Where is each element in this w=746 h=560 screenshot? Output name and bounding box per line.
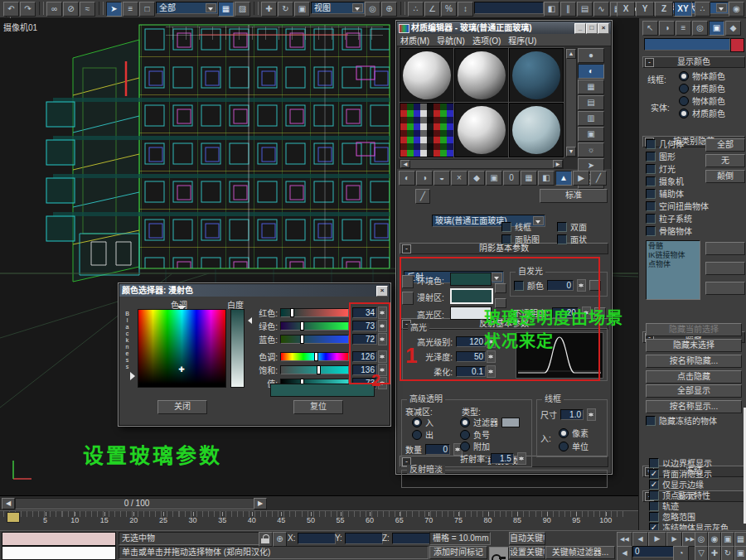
close-button[interactable]: 关闭 bbox=[157, 400, 207, 414]
zoom-icon[interactable] bbox=[695, 532, 708, 547]
scroll-up-icon[interactable] bbox=[566, 49, 576, 59]
reset-map-icon[interactable] bbox=[451, 171, 467, 186]
next-frame-icon[interactable] bbox=[666, 532, 682, 547]
scroll-left-icon[interactable] bbox=[400, 160, 410, 168]
display-prop-checkbox[interactable] bbox=[649, 523, 659, 531]
select-and-link-icon[interactable] bbox=[46, 2, 62, 17]
channel-slider[interactable] bbox=[280, 352, 349, 361]
previous-frame-icon[interactable] bbox=[632, 532, 648, 547]
y-coord-field[interactable] bbox=[345, 533, 383, 544]
additive-radio[interactable] bbox=[460, 442, 470, 451]
spinner-snap-icon[interactable] bbox=[458, 2, 473, 17]
display-prop-checkbox[interactable] bbox=[649, 469, 659, 479]
color-selector-titlebar[interactable]: 颜色选择器: 漫射色 bbox=[119, 284, 390, 297]
selection-filter-dropdown[interactable]: 全部 bbox=[156, 2, 218, 14]
unlink-icon[interactable] bbox=[63, 2, 79, 17]
category-action-button[interactable]: 全部 bbox=[705, 138, 745, 152]
material-id-icon[interactable] bbox=[503, 171, 520, 186]
fov-icon[interactable] bbox=[695, 546, 708, 560]
hide-frozen-checkbox[interactable] bbox=[646, 416, 656, 426]
bone-list-action-button[interactable] bbox=[705, 262, 745, 275]
amount-field[interactable]: 0 bbox=[425, 444, 450, 455]
undo-icon[interactable] bbox=[3, 2, 19, 17]
hide-action-button[interactable]: 隐藏当前选择 bbox=[646, 323, 742, 336]
bone-list-item[interactable]: 点物体 bbox=[648, 260, 698, 269]
backlight-icon[interactable] bbox=[578, 64, 604, 79]
named-selection-field[interactable] bbox=[474, 2, 544, 14]
set-key-mode-button[interactable] bbox=[489, 547, 509, 560]
channel-slider[interactable] bbox=[280, 321, 349, 331]
slots-hscrollbar[interactable] bbox=[400, 159, 564, 169]
axis-constraint-button[interactable]: X bbox=[617, 2, 635, 17]
object-color-swatch[interactable] bbox=[730, 38, 744, 52]
percent-snap-icon[interactable] bbox=[441, 2, 457, 17]
category-checkbox[interactable] bbox=[646, 176, 656, 186]
tab-modify[interactable] bbox=[659, 21, 675, 36]
zoom-region-icon[interactable] bbox=[734, 532, 746, 547]
put-to-library-icon[interactable] bbox=[486, 171, 502, 186]
sample-slot[interactable] bbox=[400, 48, 454, 103]
material-editor-titlebar[interactable]: 材质编辑器 - 玻璃(普通正面玻璃) bbox=[397, 22, 611, 34]
hide-action-button[interactable]: 隐藏未选择 bbox=[646, 339, 742, 352]
tab-motion[interactable] bbox=[692, 21, 708, 36]
display-prop-checkbox[interactable] bbox=[649, 512, 659, 522]
move-icon[interactable] bbox=[261, 2, 277, 17]
arc-rotate-icon[interactable] bbox=[721, 546, 734, 560]
time-config-icon[interactable] bbox=[673, 546, 689, 560]
axis-constraint-button[interactable]: Y bbox=[636, 2, 654, 17]
current-frame-field[interactable]: 0 bbox=[632, 546, 676, 558]
slots-vscrollbar[interactable] bbox=[565, 48, 577, 157]
set-key-button[interactable]: 设置关键帧 bbox=[509, 546, 545, 559]
hide-action-button[interactable]: 点击隐藏 bbox=[646, 370, 742, 384]
trackbar-next-button[interactable] bbox=[254, 498, 267, 509]
tab-hierarchy[interactable] bbox=[676, 21, 691, 36]
assign-material-icon[interactable] bbox=[434, 171, 450, 186]
material-type-button[interactable]: 标准 bbox=[540, 189, 608, 203]
wire-pixels-radio[interactable] bbox=[559, 428, 569, 438]
category-checkbox[interactable] bbox=[646, 214, 656, 224]
time-slider[interactable] bbox=[7, 512, 20, 523]
maximize-viewport-icon[interactable] bbox=[734, 546, 746, 560]
sample-slot[interactable] bbox=[454, 48, 509, 103]
category-checkbox[interactable] bbox=[646, 139, 656, 149]
auto-key-button[interactable]: 自动关键帧 bbox=[509, 532, 545, 545]
go-to-start-icon[interactable] bbox=[617, 532, 632, 547]
axis-constraint-button[interactable]: Z bbox=[655, 2, 673, 17]
get-material-icon[interactable] bbox=[399, 171, 415, 186]
show-map-in-viewport-icon[interactable] bbox=[521, 171, 537, 186]
scroll-down-icon[interactable] bbox=[566, 147, 576, 157]
wire-units-radio[interactable] bbox=[559, 442, 569, 451]
macro-recorder-field[interactable] bbox=[2, 532, 116, 546]
time-ruler[interactable]: 0510152025303540455055606570758085909510… bbox=[0, 510, 638, 532]
scale-icon[interactable] bbox=[294, 2, 310, 17]
collapse-icon[interactable]: - bbox=[645, 58, 654, 67]
falloff-in-radio[interactable] bbox=[412, 418, 422, 427]
z-coord-field[interactable] bbox=[392, 533, 430, 544]
channel-slider-notch[interactable] bbox=[300, 335, 304, 344]
dropdown-arrow-icon[interactable] bbox=[352, 3, 363, 12]
viewport-label[interactable]: 摄像机01 bbox=[3, 21, 37, 33]
display-prop-checkbox[interactable] bbox=[649, 458, 659, 468]
maximize-icon[interactable] bbox=[586, 23, 598, 34]
window-crossing-icon[interactable] bbox=[218, 2, 234, 17]
bone-list-action-button[interactable] bbox=[705, 282, 745, 295]
rectangular-region-icon[interactable] bbox=[139, 2, 155, 17]
mirror-icon[interactable] bbox=[544, 2, 560, 17]
category-checkbox[interactable] bbox=[646, 201, 656, 211]
x-coord-field[interactable] bbox=[298, 533, 336, 544]
rotate-icon[interactable] bbox=[278, 2, 293, 17]
select-manipulate-icon[interactable] bbox=[381, 2, 397, 17]
display-color-radio[interactable] bbox=[679, 84, 689, 94]
select-object-icon[interactable] bbox=[106, 2, 122, 17]
category-checkbox[interactable] bbox=[646, 226, 656, 236]
object-name-field[interactable] bbox=[644, 38, 730, 51]
tab-create[interactable] bbox=[642, 21, 658, 36]
filter-radio[interactable] bbox=[460, 418, 470, 427]
bind-to-spacewarp-icon[interactable] bbox=[80, 2, 95, 17]
menu-item[interactable]: 选项(O) bbox=[472, 36, 501, 46]
snap-toggle-icon[interactable] bbox=[408, 2, 424, 17]
category-action-button[interactable]: 颠倒 bbox=[705, 170, 745, 183]
dropdown-arrow-icon[interactable] bbox=[206, 3, 216, 12]
wire-size-field[interactable]: 1.0 bbox=[560, 409, 584, 420]
play-icon[interactable] bbox=[648, 532, 666, 547]
